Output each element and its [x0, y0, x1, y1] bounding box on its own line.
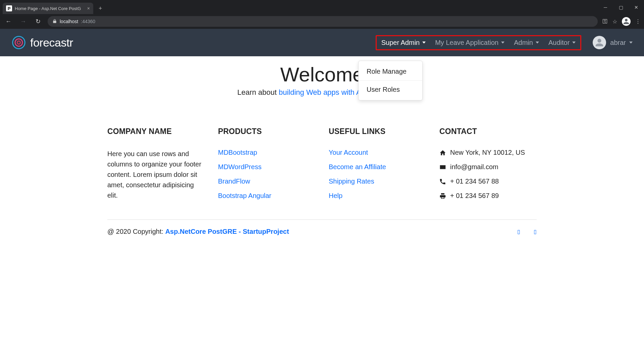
window-min-button[interactable]: ─ — [598, 1, 613, 14]
footer-heading: CONTACT — [439, 127, 537, 136]
app-navbar: forecastr Super Admin My Leave Applicati… — [0, 29, 644, 56]
footer-col-products: PRODUCTS MDBootstrap MDWordPress BrandFl… — [218, 127, 315, 201]
hero-subtitle-prefix: Learn about — [237, 88, 279, 96]
nav-item-my-leave-application[interactable]: My Leave Application — [435, 39, 504, 47]
footer-heading: PRODUCTS — [218, 127, 315, 136]
footer-link[interactable]: BrandFlow — [218, 178, 315, 185]
svg-point-1 — [15, 39, 22, 46]
nav-item-label: My Leave Application — [435, 39, 498, 47]
contact-address-row: New York, NY 10012, US — [439, 149, 537, 156]
nav-forward-button[interactable]: → — [18, 18, 28, 25]
footer-link[interactable]: MDWordPress — [218, 163, 315, 171]
hero-subtitle: Learn about building Web apps with ASP.N… — [107, 88, 537, 97]
footer-bar: @ 2020 Copyright: Asp.NetCore PostGRE - … — [107, 228, 537, 249]
footer-heading: USEFUL LINKS — [329, 127, 426, 136]
brand-text: forecastr — [30, 36, 73, 49]
contact-email: info@gmail.com — [450, 163, 498, 171]
url-port: :44360 — [81, 19, 95, 24]
social-icons: ▯ ▯ — [517, 228, 537, 235]
footer-columns: COMPANY NAME Here you can use rows and c… — [107, 127, 537, 201]
user-avatar-icon — [593, 36, 606, 49]
browser-tab[interactable]: P Home Page - Asp.Net Core PostG × — [3, 3, 93, 14]
footer-link[interactable]: Help — [329, 192, 426, 200]
nav-items-highlight-box: Super Admin My Leave Application Admin A… — [376, 35, 582, 50]
copyright-link[interactable]: Asp.NetCore PostGRE - StartupProject — [165, 228, 289, 235]
window-close-button[interactable]: ✕ — [629, 1, 644, 14]
password-key-icon[interactable]: ⚿ — [602, 18, 608, 24]
copyright: @ 2020 Copyright: Asp.NetCore PostGRE - … — [107, 228, 289, 235]
nav-item-label: Admin — [514, 39, 533, 47]
nav-back-button[interactable]: ← — [3, 18, 13, 25]
hero-section: Welcome Learn about building Web apps wi… — [107, 63, 537, 97]
nav-item-label: Auditor — [548, 39, 570, 47]
nav-item-label: Super Admin — [381, 39, 420, 47]
chevron-down-icon — [501, 42, 504, 44]
lock-icon — [52, 19, 57, 24]
contact-fax: + 01 234 567 89 — [450, 192, 499, 200]
envelope-icon — [439, 164, 446, 170]
dropdown-divider — [359, 80, 422, 81]
contact-phone-row: + 01 234 567 88 — [439, 178, 537, 185]
super-admin-dropdown: Role Manage User Roles — [358, 61, 423, 100]
footer-link[interactable]: Your Account — [329, 149, 426, 156]
dropdown-item-user-roles[interactable]: User Roles — [359, 81, 422, 98]
company-description: Here you can use rows and columns to org… — [107, 149, 205, 201]
social-icon[interactable]: ▯ — [517, 228, 520, 235]
tab-strip: P Home Page - Asp.Net Core PostG × + — [3, 1, 105, 14]
print-icon — [439, 193, 446, 199]
chevron-down-icon — [536, 42, 539, 44]
footer-link[interactable]: Shipping Rates — [329, 178, 426, 185]
svg-point-0 — [13, 37, 25, 49]
copyright-prefix: @ 2020 Copyright: — [107, 228, 165, 235]
profile-avatar-button[interactable] — [622, 17, 631, 26]
page-title: Welcome — [107, 63, 537, 86]
nav-item-admin[interactable]: Admin — [514, 39, 539, 47]
chevron-down-icon — [629, 42, 633, 44]
brand-logo-icon — [11, 35, 26, 50]
footer-link[interactable]: Become an Affiliate — [329, 163, 426, 171]
footer-col-contact: CONTACT New York, NY 10012, US info@gmai… — [439, 127, 537, 201]
bookmark-star-icon[interactable]: ☆ — [612, 18, 617, 25]
contact-address: New York, NY 10012, US — [450, 149, 525, 156]
contact-email-row: info@gmail.com — [439, 163, 537, 171]
footer-link[interactable]: Bootstrap Angular — [218, 192, 315, 200]
contact-fax-row: + 01 234 567 89 — [439, 192, 537, 200]
phone-icon — [439, 178, 446, 185]
tab-title: Home Page - Asp.Net Core PostG — [15, 6, 81, 11]
chevron-down-icon — [572, 42, 576, 44]
browser-titlebar: P Home Page - Asp.Net Core PostG × + ─ ▢… — [0, 0, 644, 14]
url-bar[interactable]: localhost:44360 — [48, 16, 598, 27]
footer-heading: COMPANY NAME — [107, 127, 205, 136]
nav-reload-button[interactable]: ↻ — [33, 18, 43, 25]
footer-col-useful-links: USEFUL LINKS Your Account Become an Affi… — [329, 127, 426, 201]
nav-item-auditor[interactable]: Auditor — [548, 39, 576, 47]
footer-divider — [107, 219, 537, 220]
browser-toolbar: ← → ↻ localhost:44360 ⚿ ☆ ⋮ — [0, 14, 644, 29]
favicon: P — [6, 5, 12, 11]
user-menu[interactable]: abrar — [593, 36, 633, 49]
user-name-label: abrar — [610, 39, 626, 47]
url-host: localhost — [60, 19, 78, 24]
home-icon — [439, 149, 446, 156]
dropdown-item-role-manage[interactable]: Role Manage — [359, 63, 422, 80]
chevron-down-icon — [422, 42, 426, 44]
new-tab-button[interactable]: + — [96, 3, 105, 14]
nav-item-super-admin[interactable]: Super Admin — [381, 39, 426, 47]
window-max-button[interactable]: ▢ — [613, 1, 629, 14]
brand[interactable]: forecastr — [11, 35, 73, 50]
footer-col-company: COMPANY NAME Here you can use rows and c… — [107, 127, 205, 201]
window-controls: ─ ▢ ✕ — [598, 1, 644, 14]
social-icon[interactable]: ▯ — [534, 228, 537, 235]
footer-link[interactable]: MDBootstrap — [218, 149, 315, 156]
browser-menu-icon[interactable]: ⋮ — [635, 18, 641, 25]
contact-phone: + 01 234 567 88 — [450, 178, 499, 185]
close-tab-icon[interactable]: × — [87, 6, 90, 11]
svg-point-2 — [17, 41, 20, 44]
